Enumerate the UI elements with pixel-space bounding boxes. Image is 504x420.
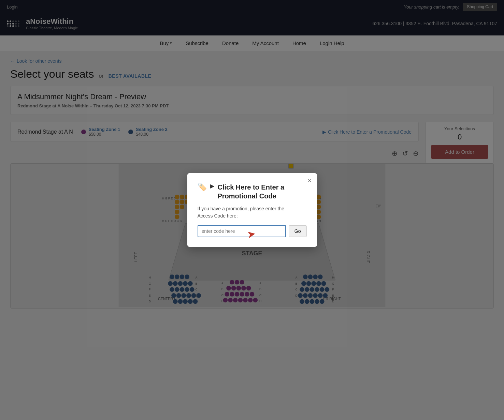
modal-title-line2: Promotional Code — [218, 192, 276, 200]
tag-icon: 🏷️ — [198, 183, 207, 192]
modal-desc-line1: If you have a promotion, please enter th… — [198, 206, 285, 211]
promo-code-modal: × 🏷️ ▶ Click Here to Enter a Promotional… — [187, 173, 317, 247]
modal-title: Click Here to Enter a Promotional Code — [218, 183, 285, 200]
modal-description: If you have a promotion, please enter th… — [198, 205, 307, 220]
play-icon: ▶ — [210, 183, 214, 189]
modal-desc-line2: Access Code here: — [198, 213, 238, 219]
modal-title-line1: Click Here to Enter a — [218, 183, 285, 191]
promo-code-input[interactable] — [198, 225, 286, 237]
promo-go-button[interactable]: Go — [289, 225, 307, 237]
cursor-arrow-icon: ➤ — [246, 227, 257, 241]
modal-close-button[interactable]: × — [308, 177, 312, 184]
modal-overlay[interactable]: × 🏷️ ▶ Click Here to Enter a Promotional… — [0, 0, 504, 358]
modal-title-row: 🏷️ ▶ Click Here to Enter a Promotional C… — [198, 183, 307, 200]
